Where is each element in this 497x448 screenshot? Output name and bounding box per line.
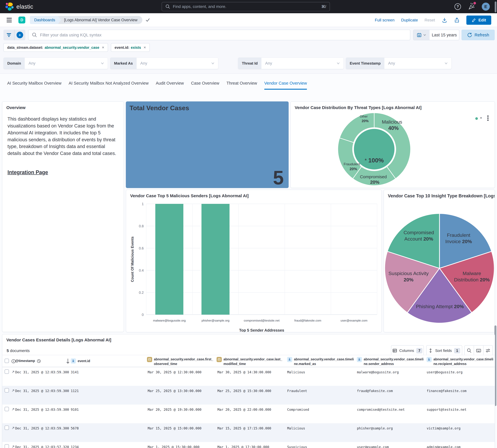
- breadcrumb-dashboards[interactable]: Dashboards: [30, 16, 61, 24]
- tab-ai-security-mailbox-not-analyzed-overview[interactable]: AI Security Mailbox Not Analyzed Overvie…: [69, 81, 149, 90]
- clock-icon: [37, 359, 41, 363]
- cell-event-id: 5678: [71, 426, 79, 430]
- keyword-field-icon: k: [71, 358, 76, 364]
- essential-details-table-panel: Vendor Cases Essential Details [Logs Abn…: [2, 334, 495, 448]
- insight-type-pie-chart[interactable]: FraudulentInvoice 20%MalwareDistribution…: [384, 190, 495, 332]
- metric-title: Total Vendor Cases: [130, 104, 189, 112]
- reset-button[interactable]: Reset: [424, 18, 435, 22]
- filter-menu-icon[interactable]: [3, 30, 14, 40]
- time-range-picker[interactable]: Last 15 years: [413, 30, 459, 40]
- cell-timestamp: Dec 31, 2025 @ 12:03:59.300: [15, 426, 69, 430]
- select-all-checkbox[interactable]: [5, 359, 9, 363]
- row-checkbox[interactable]: [5, 407, 9, 411]
- column-header-recipient-address[interactable]: k abnormal_security.vendor_case.timeline…: [427, 357, 494, 366]
- control-domain[interactable]: Domain Any: [3, 58, 108, 69]
- svg-text:20%: 20%: [404, 277, 413, 282]
- grid-tools-group: [464, 345, 493, 356]
- row-checkbox[interactable]: [5, 369, 9, 374]
- menu-icon[interactable]: [7, 18, 12, 22]
- chevron-down-icon: [444, 62, 448, 65]
- integration-page-link[interactable]: Integration Page: [7, 169, 48, 175]
- dashboard-header-bar: D Dashboards [Logs Abnormal AI] Vendor C…: [0, 13, 497, 27]
- user-avatar[interactable]: E: [482, 3, 490, 11]
- table-row[interactable]: Dec 31, 2025 @ 12:03:57.320 1234 Mar 1, …: [2, 442, 495, 448]
- help-icon[interactable]: ?: [454, 3, 461, 10]
- add-filter-button[interactable]: +: [14, 30, 25, 40]
- display-options-button[interactable]: [483, 346, 493, 356]
- window-scrollbar-thumb[interactable]: [495, 1, 497, 12]
- table-row[interactable]: Dec 31, 2025 @ 12:03:59.300 9101 Mar 20,…: [2, 404, 495, 423]
- row-checkbox[interactable]: [5, 388, 9, 392]
- sort-fields-button[interactable]: Sort fields 1: [426, 345, 462, 356]
- table-row[interactable]: Dec 31, 2025 @ 12:03:59.300 5678 Mar 15,…: [2, 423, 495, 442]
- svg-text:Malware: Malware: [463, 271, 481, 276]
- control-threat-id[interactable]: Threat Id Any: [238, 58, 344, 69]
- svg-text:0.8: 0.8: [139, 224, 144, 228]
- check-icon[interactable]: [145, 17, 150, 22]
- expand-row-icon[interactable]: [11, 407, 15, 411]
- search-in-table-button[interactable]: [465, 346, 474, 356]
- column-header-timestamp[interactable]: @timestamp: [15, 359, 41, 363]
- sort-descending-icon[interactable]: [66, 358, 70, 364]
- column-header-sender-address[interactable]: k abnormal_security.vendor_case.timeline…: [357, 357, 424, 366]
- donut-legend[interactable]: *: [475, 116, 482, 121]
- columns-button[interactable]: Columns 7: [391, 345, 424, 356]
- share-icon[interactable]: [454, 17, 460, 23]
- tab-vendor-case-overview[interactable]: Vendor Case Overview: [264, 81, 307, 90]
- search-hotkey: ⌘/: [321, 4, 326, 9]
- column-header-marked-as[interactable]: k abnormal_security.vendor_case.timeline…: [287, 357, 354, 366]
- filter-pill-eventid[interactable]: event.id: exists ×: [111, 43, 150, 52]
- kql-search-input[interactable]: Filter your data using KQL syntax: [28, 30, 410, 40]
- space-badge[interactable]: D: [18, 16, 25, 23]
- cell-sender: user@example.com: [357, 445, 389, 448]
- malicious-senders-bar-chart[interactable]: 00.20.40.60.81malware@bogussite.orgphish…: [126, 190, 382, 332]
- row-checkbox[interactable]: [5, 426, 9, 430]
- elastic-logo[interactable]: elastic: [5, 2, 33, 11]
- svg-text:Malicious: Malicious: [382, 119, 402, 125]
- tab-ai-security-mailbox-overview[interactable]: AI Security Mailbox Overview: [7, 81, 62, 90]
- remove-filter-icon[interactable]: ×: [102, 45, 104, 50]
- row-checkbox[interactable]: [5, 444, 9, 448]
- breadcrumb-current[interactable]: [Logs Abnormal AI] Vendor Case Overview: [58, 16, 142, 24]
- control-marked-as[interactable]: Marked As Any: [110, 58, 218, 69]
- full-screen-button[interactable]: Full screen: [375, 18, 394, 22]
- tab-threat-overview[interactable]: Threat Overview: [227, 81, 257, 90]
- cell-marked-as: Malicious: [287, 426, 305, 430]
- table-row[interactable]: Dec 31, 2025 @ 12:03:59.300 1121 Mar 25,…: [2, 386, 495, 404]
- svg-text:malware@bogussite.org: malware@bogussite.org: [153, 319, 186, 322]
- column-header-last-modified-time[interactable]: abnormal_security.vendor_case.last_modif…: [217, 357, 284, 366]
- search-icon: [165, 4, 170, 9]
- document-count-label: documents: [10, 349, 30, 353]
- edit-button[interactable]: Edit: [466, 16, 491, 25]
- remove-filter-icon[interactable]: ×: [143, 45, 146, 50]
- column-header-first-observed-time[interactable]: abnormal_security.vendor_case.first_obse…: [147, 357, 214, 366]
- global-search-input[interactable]: Find apps, content, and more. ⌘/: [162, 2, 330, 11]
- grid-header-row: @timestamp k event.id abnormal_security.…: [2, 355, 495, 367]
- cell-marked-as: Malicious: [287, 370, 305, 374]
- duplicate-button[interactable]: Duplicate: [401, 18, 418, 22]
- refresh-button[interactable]: Refresh: [462, 30, 495, 40]
- chevron-down-icon: [211, 62, 215, 65]
- calendar-dropdown[interactable]: [413, 30, 430, 40]
- time-range-value[interactable]: Last 15 years: [430, 30, 459, 40]
- filter-value: exists: [131, 46, 141, 50]
- refresh-icon: [467, 32, 472, 38]
- table-row[interactable]: Dec 31, 2025 @ 12:03:59.300 3141 Mar 30,…: [2, 367, 495, 386]
- expand-row-icon[interactable]: [11, 370, 15, 374]
- expand-row-icon[interactable]: [11, 426, 15, 430]
- control-label: Domain: [4, 58, 25, 69]
- column-header-label: @timestamp: [15, 359, 35, 363]
- filter-pill-dataset[interactable]: data_stream.dataset: abnormal_security.v…: [3, 43, 108, 52]
- keyboard-shortcuts-button[interactable]: [474, 346, 483, 356]
- threat-type-donut-chart[interactable]: Malicious40%Compromised20%Fraudulent20%O…: [291, 102, 495, 188]
- expand-row-icon[interactable]: [11, 389, 15, 392]
- news-feed-icon[interactable]: [468, 3, 475, 11]
- tab-case-overview[interactable]: Case Overview: [191, 81, 219, 90]
- control-event-timestamp[interactable]: Event Timestamp Any: [346, 58, 451, 69]
- column-header-event-id[interactable]: k event.id: [71, 358, 90, 364]
- expand-row-icon[interactable]: [11, 445, 15, 448]
- panel-options-icon[interactable]: [487, 115, 489, 121]
- tab-audit-overview[interactable]: Audit Overview: [156, 81, 184, 90]
- download-icon[interactable]: [442, 17, 447, 23]
- cell-first-observed: Mar 1, 2025 @ 15:30:00.000: [148, 445, 200, 448]
